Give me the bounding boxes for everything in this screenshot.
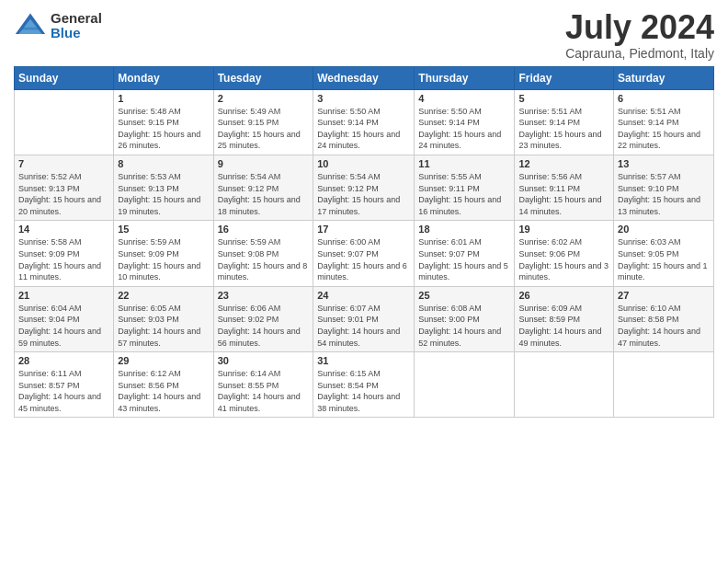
day-info: Sunrise: 6:05 AMSunset: 9:03 PMDaylight:…	[118, 303, 209, 349]
day-info: Sunrise: 5:58 AMSunset: 9:09 PMDaylight:…	[18, 236, 109, 282]
day-info: Sunrise: 5:59 AMSunset: 9:09 PMDaylight:…	[118, 236, 209, 282]
day-number: 6	[618, 93, 710, 104]
calendar-cell: 31Sunrise: 6:15 AMSunset: 8:54 PMDayligh…	[313, 352, 415, 418]
calendar-cell: 16Sunrise: 5:59 AMSunset: 9:08 PMDayligh…	[213, 221, 313, 286]
day-info: Sunrise: 6:15 AMSunset: 8:54 PMDaylight:…	[317, 368, 410, 414]
location-title: Caprauna, Piedmont, Italy	[565, 46, 714, 61]
day-info: Sunrise: 6:00 AMSunset: 9:07 PMDaylight:…	[317, 236, 410, 282]
day-number: 21	[18, 290, 109, 301]
day-info: Sunrise: 5:56 AMSunset: 9:11 PMDaylight:…	[518, 171, 609, 217]
day-number: 15	[118, 224, 209, 235]
day-info: Sunrise: 5:52 AMSunset: 9:13 PMDaylight:…	[18, 171, 109, 217]
day-number: 8	[118, 158, 209, 169]
day-info: Sunrise: 5:51 AMSunset: 9:14 PMDaylight:…	[618, 106, 710, 152]
svg-rect-2	[22, 28, 39, 30]
logo-general: General	[51, 11, 102, 27]
weekday-friday: Friday	[515, 66, 614, 89]
month-title: July 2024	[565, 9, 714, 46]
day-number: 3	[317, 93, 410, 104]
calendar-table: SundayMondayTuesdayWednesdayThursdayFrid…	[14, 66, 714, 419]
calendar-week-row: 21Sunrise: 6:04 AMSunset: 9:04 PMDayligh…	[15, 286, 714, 351]
day-info: Sunrise: 5:49 AMSunset: 9:15 PMDaylight:…	[218, 106, 310, 152]
logo-icon	[14, 9, 47, 42]
calendar-cell: 17Sunrise: 6:00 AMSunset: 9:07 PMDayligh…	[313, 221, 415, 286]
calendar-cell: 23Sunrise: 6:06 AMSunset: 9:02 PMDayligh…	[213, 286, 313, 351]
day-info: Sunrise: 6:04 AMSunset: 9:04 PMDaylight:…	[18, 303, 109, 349]
logo: General Blue	[14, 9, 102, 42]
day-number: 18	[418, 224, 510, 235]
page: General Blue July 2024 Caprauna, Piedmon…	[0, 0, 728, 563]
day-number: 24	[317, 290, 410, 301]
day-number: 7	[18, 158, 109, 169]
calendar-cell: 6Sunrise: 5:51 AMSunset: 9:14 PMDaylight…	[614, 89, 714, 155]
calendar-cell: 1Sunrise: 5:48 AMSunset: 9:15 PMDaylight…	[114, 89, 213, 155]
calendar-cell: 22Sunrise: 6:05 AMSunset: 9:03 PMDayligh…	[114, 286, 213, 351]
day-number: 13	[618, 158, 710, 169]
day-number: 2	[218, 93, 310, 104]
calendar-cell: 28Sunrise: 6:11 AMSunset: 8:57 PMDayligh…	[15, 352, 114, 418]
calendar-cell: 20Sunrise: 6:03 AMSunset: 9:05 PMDayligh…	[614, 221, 714, 286]
day-number: 4	[418, 93, 510, 104]
calendar-cell: 14Sunrise: 5:58 AMSunset: 9:09 PMDayligh…	[15, 221, 114, 286]
calendar-cell: 10Sunrise: 5:54 AMSunset: 9:12 PMDayligh…	[313, 155, 415, 220]
title-block: July 2024 Caprauna, Piedmont, Italy	[565, 9, 714, 61]
day-info: Sunrise: 6:09 AMSunset: 8:59 PMDaylight:…	[518, 303, 609, 349]
day-number: 23	[218, 290, 310, 301]
day-info: Sunrise: 6:01 AMSunset: 9:07 PMDaylight:…	[418, 236, 510, 282]
day-info: Sunrise: 5:57 AMSunset: 9:10 PMDaylight:…	[618, 171, 710, 217]
day-info: Sunrise: 5:54 AMSunset: 9:12 PMDaylight:…	[218, 171, 310, 217]
weekday-saturday: Saturday	[614, 66, 714, 89]
calendar-week-row: 14Sunrise: 5:58 AMSunset: 9:09 PMDayligh…	[15, 221, 714, 286]
day-info: Sunrise: 6:12 AMSunset: 8:56 PMDaylight:…	[118, 368, 209, 414]
day-number: 28	[18, 355, 109, 366]
day-info: Sunrise: 5:55 AMSunset: 9:11 PMDaylight:…	[418, 171, 510, 217]
calendar-cell: 26Sunrise: 6:09 AMSunset: 8:59 PMDayligh…	[515, 286, 614, 351]
day-number: 26	[518, 290, 609, 301]
day-info: Sunrise: 6:03 AMSunset: 9:05 PMDaylight:…	[618, 236, 710, 282]
logo-text: General Blue	[51, 11, 102, 41]
day-info: Sunrise: 6:08 AMSunset: 9:00 PMDaylight:…	[418, 303, 510, 349]
calendar-week-row: 28Sunrise: 6:11 AMSunset: 8:57 PMDayligh…	[15, 352, 714, 418]
day-number: 14	[18, 224, 109, 235]
day-info: Sunrise: 5:50 AMSunset: 9:14 PMDaylight:…	[418, 106, 510, 152]
day-number: 17	[317, 224, 410, 235]
weekday-tuesday: Tuesday	[213, 66, 313, 89]
day-number: 30	[218, 355, 310, 366]
calendar-cell: 8Sunrise: 5:53 AMSunset: 9:13 PMDaylight…	[114, 155, 213, 220]
day-number: 10	[317, 158, 410, 169]
calendar-cell: 13Sunrise: 5:57 AMSunset: 9:10 PMDayligh…	[614, 155, 714, 220]
calendar-cell: 18Sunrise: 6:01 AMSunset: 9:07 PMDayligh…	[415, 221, 515, 286]
calendar-week-row: 1Sunrise: 5:48 AMSunset: 9:15 PMDaylight…	[15, 89, 714, 155]
calendar-cell: 7Sunrise: 5:52 AMSunset: 9:13 PMDaylight…	[15, 155, 114, 220]
weekday-thursday: Thursday	[415, 66, 515, 89]
day-info: Sunrise: 6:14 AMSunset: 8:55 PMDaylight:…	[218, 368, 310, 414]
calendar-cell	[515, 352, 614, 418]
day-number: 27	[618, 290, 710, 301]
calendar-cell: 9Sunrise: 5:54 AMSunset: 9:12 PMDaylight…	[213, 155, 313, 220]
calendar-cell: 21Sunrise: 6:04 AMSunset: 9:04 PMDayligh…	[15, 286, 114, 351]
header: General Blue July 2024 Caprauna, Piedmon…	[14, 9, 714, 61]
weekday-monday: Monday	[114, 66, 213, 89]
weekday-wednesday: Wednesday	[313, 66, 415, 89]
calendar-cell: 15Sunrise: 5:59 AMSunset: 9:09 PMDayligh…	[114, 221, 213, 286]
calendar-cell: 19Sunrise: 6:02 AMSunset: 9:06 PMDayligh…	[515, 221, 614, 286]
day-info: Sunrise: 5:51 AMSunset: 9:14 PMDaylight:…	[518, 106, 609, 152]
calendar-cell	[15, 89, 114, 155]
calendar-cell: 27Sunrise: 6:10 AMSunset: 8:58 PMDayligh…	[614, 286, 714, 351]
day-number: 19	[518, 224, 609, 235]
day-info: Sunrise: 5:53 AMSunset: 9:13 PMDaylight:…	[118, 171, 209, 217]
weekday-sunday: Sunday	[15, 66, 114, 89]
calendar-cell: 30Sunrise: 6:14 AMSunset: 8:55 PMDayligh…	[213, 352, 313, 418]
day-number: 16	[218, 224, 310, 235]
calendar-cell	[415, 352, 515, 418]
day-number: 9	[218, 158, 310, 169]
day-info: Sunrise: 6:10 AMSunset: 8:58 PMDaylight:…	[618, 303, 710, 349]
calendar-cell: 3Sunrise: 5:50 AMSunset: 9:14 PMDaylight…	[313, 89, 415, 155]
calendar-cell: 2Sunrise: 5:49 AMSunset: 9:15 PMDaylight…	[213, 89, 313, 155]
day-number: 29	[118, 355, 209, 366]
day-info: Sunrise: 5:54 AMSunset: 9:12 PMDaylight:…	[317, 171, 410, 217]
day-number: 11	[418, 158, 510, 169]
day-number: 12	[518, 158, 609, 169]
weekday-header-row: SundayMondayTuesdayWednesdayThursdayFrid…	[15, 66, 714, 89]
calendar-cell: 25Sunrise: 6:08 AMSunset: 9:00 PMDayligh…	[415, 286, 515, 351]
